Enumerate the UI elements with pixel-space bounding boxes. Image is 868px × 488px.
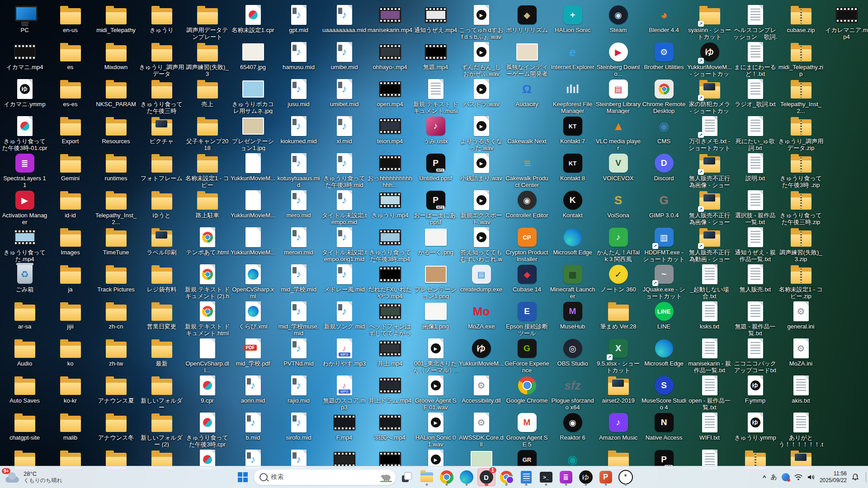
taskbar-app-discord[interactable]: D1	[477, 468, 495, 486]
desktop-icon[interactable]: ⚙AWSSDK.Core.dll	[458, 410, 504, 447]
desktop-icon[interactable]: ◉Steam	[595, 3, 641, 40]
desktop-icon[interactable]: ja	[47, 262, 93, 299]
desktop-icon[interactable]: ▤createdump.exe	[458, 262, 504, 299]
desktop-icon[interactable]: ↗無人販売不正行為画像 - ショートカット	[687, 188, 732, 225]
desktop-icon[interactable]: おっhhhhhhhhhhhhh...	[367, 151, 413, 188]
desktop-icon[interactable]: きゅうり食ってた午後三時.zip	[778, 188, 824, 225]
desktop-icon[interactable]: Export	[47, 114, 93, 151]
desktop-icon[interactable]: きゅうりボカコレ用サムネ.jpg	[230, 77, 276, 114]
desktop-icon[interactable]: ↗無人販売不正行為動画 - ショートカット	[687, 225, 732, 262]
desktop-icon[interactable]: Microsoft Edge	[641, 336, 687, 373]
taskbar-app-powerpoint[interactable]: P	[597, 468, 615, 486]
desktop-icon[interactable]: ksks.txt	[687, 299, 732, 336]
desktop-icon[interactable]: 選択肢 - 親作品一覧.txt	[732, 188, 778, 225]
desktop-icon[interactable]: NNative Access	[641, 410, 687, 447]
wifi-icon[interactable]	[794, 474, 802, 481]
desktop-icon[interactable]: ≡Cakewalk Product Center	[504, 151, 550, 188]
desktop-icon[interactable]: open.mp4	[367, 77, 413, 114]
desktop-icon[interactable]: きゅうり_調声用データ.zip	[778, 114, 824, 151]
desktop-icon[interactable]: OpenCvSharp.xml	[230, 262, 276, 299]
show-desktop-button[interactable]	[866, 472, 866, 482]
desktop-icon[interactable]: 筆まめ Ver.28	[595, 299, 641, 336]
desktop-icon[interactable]: ♪kotusytuaaus.mid	[276, 151, 321, 188]
desktop-icon[interactable]: プレゼンテーション1.png	[413, 262, 458, 299]
desktop-icon[interactable]: ♪MP3わかりやす.mp3	[321, 336, 367, 373]
desktop-icon[interactable]: SVoiSona	[595, 188, 641, 225]
desktop-icon[interactable]: ヘルスコンプレッション__歌詞.txt	[732, 3, 778, 40]
taskbar-search-box[interactable]: 検索	[254, 469, 396, 485]
tray-overflow-chevron-icon[interactable]: ^	[763, 474, 766, 481]
desktop-icon[interactable]: ゆきゅうり.ymmp	[732, 410, 778, 447]
desktop-icon[interactable]: VVOICEVOX	[595, 151, 641, 188]
taskbar-app-notepad[interactable]	[517, 468, 535, 486]
desktop-icon[interactable]: 井上.mp4	[367, 336, 413, 373]
desktop-icon[interactable]: ▶Groove Agent SE 01.wav	[413, 373, 458, 410]
desktop-icon[interactable]: かるーく.png	[413, 225, 458, 262]
desktop-icon[interactable]: ko	[47, 336, 93, 373]
desktop-icon[interactable]: 名称未設定1 - コピー	[184, 151, 230, 188]
desktop-icon[interactable]: zh-tw	[93, 336, 139, 373]
desktop-icon[interactable]: ♪mid_学校muse.mid	[276, 299, 321, 336]
desktop-icon[interactable]: manisekarin - 親作品一覧.txt	[687, 336, 732, 373]
desktop-icon[interactable]: ✓ノートン 360	[595, 262, 641, 299]
desktop-icon[interactable]: 無人販売.txt	[732, 262, 778, 299]
desktop-icon[interactable]: SMuseScore Studio 4	[641, 373, 687, 410]
desktop-icon[interactable]: ニコニコバックアップコードtxt	[732, 336, 778, 373]
desktop-icon[interactable]: Resources	[93, 114, 139, 151]
taskbar-app-spectralayers[interactable]: ≣	[557, 468, 575, 486]
desktop-icon[interactable]: Mixdown	[93, 40, 139, 77]
desktop-icon[interactable]: ♪うみ.ustx	[413, 114, 458, 151]
taskbar-app-file-explorer[interactable]	[418, 468, 436, 486]
desktop-icon[interactable]: 新しいフォルダー	[139, 373, 184, 410]
desktop-icon[interactable]: Telepathy_Inst_2...	[93, 188, 139, 225]
desktop-icon[interactable]: 調声用データテンプレート	[184, 3, 230, 40]
desktop-icon[interactable]: ♪meroin.mid	[276, 225, 321, 262]
desktop-icon[interactable]: イカレマニア.mp4	[824, 3, 868, 40]
do-not-disturb-bell-icon[interactable]: z	[851, 473, 859, 481]
desktop-icon[interactable]: EEpson 接続診断ツール	[504, 299, 550, 336]
desktop-icon[interactable]: ohhayo-.mp4	[367, 40, 413, 77]
desktop-icon[interactable]: 死にたい_ゅ歌詞.txt	[732, 114, 778, 151]
volume-icon[interactable]	[807, 474, 815, 481]
desktop-icon[interactable]: ラジオ_歌詞.txt	[732, 77, 778, 114]
desktop-icon[interactable]: ΩAudacity	[504, 77, 550, 114]
desktop-icon[interactable]: KKontakt	[550, 188, 595, 225]
taskbar-app-terminal[interactable]: >_	[537, 468, 555, 486]
desktop-icon[interactable]: NKSC_PARAM	[93, 77, 139, 114]
desktop-icon[interactable]: ◉Reaktor 6	[550, 410, 595, 447]
desktop-icon[interactable]: ♪gpt.mid	[276, 3, 321, 40]
desktop-icon[interactable]: きゅうり食ってた午後3時.cpr	[184, 410, 230, 447]
desktop-icon[interactable]: jijii	[47, 299, 93, 336]
desktop-icon[interactable]: ゆYukkuriMovieM...	[458, 336, 504, 373]
desktop-icon[interactable]: 65407.jpg	[230, 40, 276, 77]
desktop-icon[interactable]: Auto Saves	[2, 373, 47, 410]
desktop-icon[interactable]: YukkuriMovieM...	[230, 151, 276, 188]
desktop-icon[interactable]: ♪rajio.mid	[276, 373, 321, 410]
desktop-icon[interactable]: KTKontakt 7	[550, 114, 595, 151]
desktop-icon[interactable]: es-es	[47, 77, 93, 114]
taskbar-app-chrome[interactable]	[438, 468, 456, 486]
desktop-icon[interactable]: PNT2おーばーまにあ.ppsf	[413, 188, 458, 225]
desktop-icon[interactable]: ▩Minecraft Launcher	[550, 262, 595, 299]
desktop-icon[interactable]: ♪mid_学校.mid	[276, 262, 321, 299]
desktop-icon[interactable]: sfzPlogue sforzando x64	[550, 373, 595, 410]
desktop-icon[interactable]: ♪タイトル未設定.tempo.orig1.mid	[321, 225, 367, 262]
desktop-icon[interactable]: 孤独なインディーゲーム開発者の一生 ...	[504, 40, 550, 77]
desktop-icon[interactable]: chatgpt-site	[2, 410, 47, 447]
tray-app-icon[interactable]	[782, 473, 790, 481]
desktop-icon[interactable]: 売上	[184, 77, 230, 114]
desktop-icon[interactable]: KTKontakt 8	[550, 151, 595, 188]
desktop-icon[interactable]: ⚙MoZA.ini	[778, 336, 824, 373]
desktop-icon[interactable]: ♪メドレー風.mid	[321, 262, 367, 299]
desktop-icon[interactable]: Google Chrome	[504, 373, 550, 410]
desktop-icon[interactable]: きゅうり食ってた午後3時-01.cpr	[2, 114, 47, 151]
desktop-icon[interactable]: YukkuriMovieM...	[230, 225, 276, 262]
taskbar-clock[interactable]: 11:56 2025/09/22	[820, 470, 847, 484]
desktop-icon[interactable]: ♪umibe.mid	[321, 40, 367, 77]
desktop-icon[interactable]: es	[47, 40, 93, 77]
desktop-icon[interactable]: ♪PVTNd.mid	[276, 336, 321, 373]
desktop-icon[interactable]: ラベル印刷	[139, 225, 184, 262]
desktop-icon[interactable]: 通知うぜえ - 親作品一覧.txt	[732, 225, 778, 262]
desktop-icon[interactable]: zh-cn	[93, 299, 139, 336]
desktop-icon[interactable]: eInternet Explorer	[550, 40, 595, 77]
